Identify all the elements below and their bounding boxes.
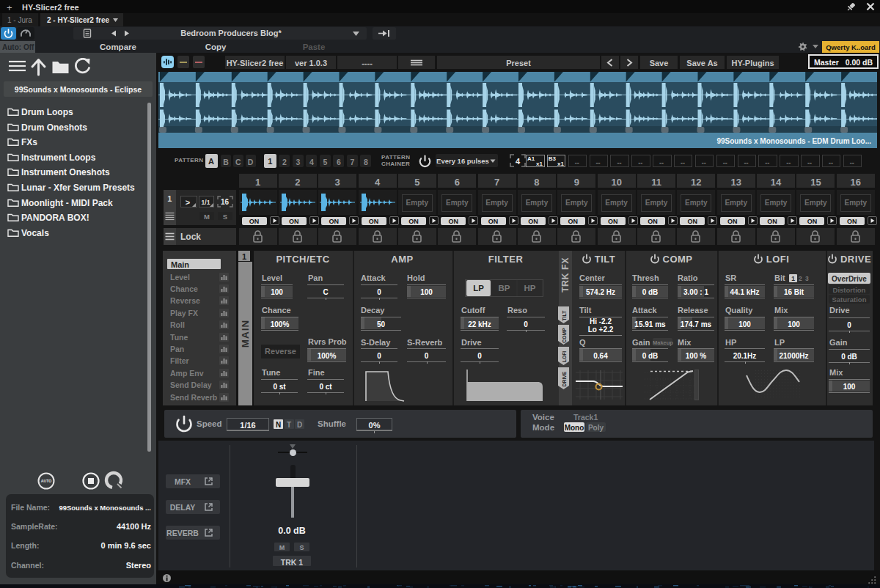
svg-text:COMP: COMP	[562, 328, 567, 343]
svg-text:DRIVE: DRIVE	[562, 371, 567, 386]
svg-text:LOFI: LOFI	[562, 351, 567, 363]
svg-text:AUTO: AUTO	[41, 479, 52, 483]
svg-text:TILT: TILT	[562, 310, 567, 321]
